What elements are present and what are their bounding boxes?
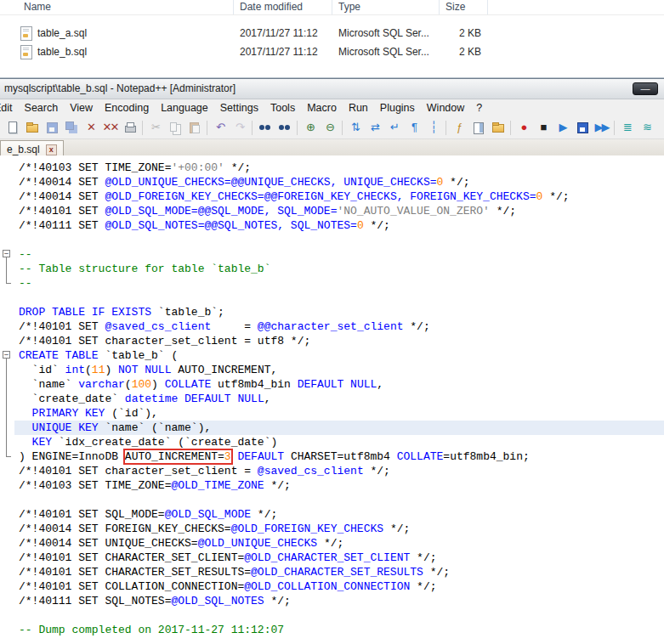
editor[interactable]: /*!40103 SET TIME_ZONE='+00:00' */;/*!40… (0, 155, 664, 644)
cut-icon[interactable]: ✂ (145, 118, 165, 137)
zoom-in-icon: ⊕ (306, 121, 314, 134)
code-text: `create_date` datetime DEFAULT NULL, (19, 393, 271, 405)
code-line: /*!40111 SET @OLD_SQL_NOTES=@@SQL_NOTES,… (0, 218, 664, 233)
replace-icon[interactable] (275, 118, 294, 137)
code-text: /*!40101 SET CHARACTER_SET_CLIENT=@OLD_C… (19, 551, 437, 564)
run-macro-multiple-times-icon[interactable]: ▶▶ (592, 118, 611, 137)
explorer-rows: table_a.sql2017/11/27 11:12Microsoft SQL… (0, 24, 664, 61)
new-file-icon[interactable] (3, 118, 22, 137)
monitoring-icon: ≣ (623, 121, 631, 134)
code-text: /*!40101 SET @saved_cs_client = @@charac… (19, 320, 430, 333)
code-line: DROP TABLE IF EXISTS `table_b`; (0, 305, 664, 319)
file-row[interactable]: table_b.sql2017/11/27 11:12Microsoft SQL… (0, 42, 664, 61)
fold-collapse-icon[interactable]: − (3, 250, 10, 257)
code-text: -- Dump completed on 2017-11-27 11:12:07 (19, 624, 284, 636)
auto-increment-annotation: AUTO_INCREMENT=3 (125, 450, 231, 463)
fold-margin (0, 161, 14, 175)
menu-help[interactable]: ? (470, 100, 488, 116)
menu-run[interactable]: Run (343, 100, 374, 116)
minimize-button[interactable]: — (633, 82, 658, 95)
print-icon (123, 121, 137, 134)
tab-close-icon[interactable]: x (46, 144, 57, 155)
find-icon[interactable] (255, 118, 275, 137)
toolbar-separator (342, 121, 343, 135)
code-line: /*!40101 SET COLLATION_CONNECTION=@OLD_C… (0, 579, 664, 594)
indent-guide-icon[interactable]: ┆ (423, 118, 443, 137)
window-title: mysqlscript\table_b.sql - Notepad++ [Adm… (4, 82, 236, 94)
sql-file-icon (20, 45, 32, 59)
code-line: PRIMARY KEY (`id`), (0, 406, 664, 421)
fold-margin (0, 579, 14, 594)
show-all-characters-icon[interactable]: ¶ (404, 118, 423, 137)
menu-tools[interactable]: Tools (264, 100, 301, 116)
word-wrap-icon[interactable]: ↵ (384, 118, 404, 137)
playback-macro-icon: ▶ (559, 121, 566, 134)
close-all-icon: ✕✕ (103, 121, 118, 134)
menu-macro[interactable]: Macro (301, 100, 343, 116)
redo-icon: ↷ (236, 121, 243, 134)
fold-collapse-icon[interactable]: − (3, 351, 10, 359)
column-header-size[interactable]: Size (440, 0, 488, 14)
menu-language[interactable]: Language (155, 100, 214, 116)
function-list-icon[interactable]: ƒ (449, 118, 468, 137)
mime-tools-icon[interactable]: ≋ (637, 118, 656, 137)
folder-as-workspace-icon[interactable] (488, 118, 508, 137)
file-name: table_b.sql (37, 46, 87, 58)
code-line: `name` varchar(100) COLLATE utf8mb4_bin … (0, 377, 664, 392)
code-line: /*!40101 SET character_set_client = @sav… (0, 464, 664, 478)
copy-icon[interactable] (165, 118, 184, 137)
fold-margin (0, 464, 14, 478)
toolbar-separator (142, 121, 143, 135)
sync-horizontal-scroll-icon[interactable]: ⇄ (365, 118, 384, 137)
column-header-date-modified[interactable]: Date modified (234, 0, 332, 14)
open-file-icon[interactable] (22, 118, 42, 137)
code-text: UNIQUE KEY `name` (`name`), (19, 421, 211, 434)
monitoring-icon[interactable]: ≣ (617, 118, 637, 137)
column-header-type[interactable]: Type (332, 0, 440, 14)
sync-vertical-scroll-icon[interactable]: ⇅ (345, 118, 365, 137)
fold-margin: − (0, 247, 14, 262)
code-text: -- Table structure for table `table_b` (19, 263, 270, 275)
save-all-icon[interactable] (61, 118, 81, 137)
menu-edit[interactable]: Edit (0, 100, 19, 116)
code-text: /*!40111 SET SQL_NOTES=@OLD_SQL_NOTES */… (19, 595, 291, 607)
file-name-cell: table_b.sql (0, 45, 234, 59)
document-map-icon[interactable] (468, 118, 488, 137)
paste-icon[interactable] (184, 118, 204, 137)
start-recording-icon[interactable]: ● (514, 118, 533, 137)
code-line: −CREATE TABLE `table_b` ( (0, 348, 664, 363)
code-line: `id` int(11) NOT NULL AUTO_INCREMENT, (0, 363, 664, 377)
file-row[interactable]: table_a.sql2017/11/27 11:12Microsoft SQL… (0, 24, 664, 42)
zoom-in-icon[interactable]: ⊕ (300, 118, 320, 137)
save-icon[interactable] (42, 118, 61, 137)
fold-margin (0, 406, 14, 421)
zoom-out-icon: ⊖ (326, 121, 333, 134)
menu-settings[interactable]: Settings (214, 100, 264, 116)
zoom-out-icon[interactable]: ⊖ (320, 118, 339, 137)
title-bar[interactable]: mysqlscript\table_b.sql - Notepad++ [Adm… (0, 79, 664, 99)
menu-encoding[interactable]: Encoding (99, 100, 155, 116)
close-all-icon[interactable]: ✕✕ (100, 118, 120, 137)
menu-window[interactable]: Window (421, 100, 470, 116)
fold-margin (0, 522, 14, 536)
playback-macro-icon[interactable]: ▶ (553, 118, 572, 137)
code-text: /*!40014 SET @OLD_FOREIGN_KEY_CHECKS=@@F… (19, 190, 570, 203)
column-header-name[interactable]: Name (0, 0, 234, 14)
fold-margin (0, 478, 14, 493)
code-text: /*!40101 SET character_set_client = utf8… (19, 335, 310, 347)
date-modified-cell: 2017/11/27 11:12 (234, 27, 332, 39)
type-cell: Microsoft SQL Ser... (332, 27, 440, 39)
print-icon[interactable] (120, 118, 139, 137)
menu-view[interactable]: View (64, 100, 99, 116)
close-icon[interactable]: ✕ (81, 118, 100, 137)
undo-icon[interactable]: ↶ (210, 118, 230, 137)
type-cell: Microsoft SQL Ser... (332, 46, 440, 58)
menu-plugins[interactable]: Plugins (374, 100, 421, 116)
stop-recording-icon[interactable]: ■ (533, 118, 553, 137)
fold-margin (0, 493, 14, 507)
menu-search[interactable]: Search (19, 100, 65, 116)
save-macro-icon[interactable] (572, 118, 592, 137)
tab-label: e_b.sql (7, 144, 40, 155)
code-text: CREATE TABLE `table_b` ( (19, 349, 178, 362)
redo-icon[interactable]: ↷ (230, 118, 249, 137)
